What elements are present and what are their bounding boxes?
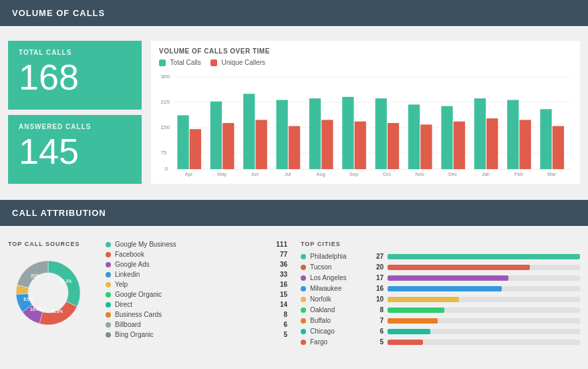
list-item: Facebook 77 (106, 251, 287, 258)
answered-calls-box: ANSWERED CALLS 145 (8, 115, 142, 184)
svg-rect-43 (540, 110, 551, 170)
bar-chart-bars: AprMayJunJulAugSepOctNovDecJanFebMar (159, 70, 572, 177)
answered-calls-value: 145 (19, 133, 131, 169)
city-bar-bg (388, 329, 580, 334)
list-item: Google Organic 15 (106, 291, 287, 298)
list-item: Buffalo 7 (301, 317, 580, 324)
svg-text:9.5%: 9.5% (23, 297, 33, 302)
svg-text:Feb: Feb (514, 172, 523, 178)
source-name: Google My Business (115, 241, 270, 248)
source-name: Yelp (115, 281, 270, 288)
svg-text:Dec: Dec (448, 172, 458, 178)
city-bar-fill (388, 275, 508, 281)
source-count: 111 (274, 241, 287, 248)
svg-rect-23 (321, 120, 333, 170)
city-dot (301, 286, 306, 291)
volume-section-header: VOLUME OF CALLS (0, 0, 588, 26)
source-dot (106, 272, 111, 277)
svg-rect-26 (355, 122, 366, 169)
legend-total-dot (159, 59, 166, 66)
bar-chart-wrapper: 300 225 150 75 0 AprMayJunJulAugSepOctNo… (159, 70, 572, 177)
svg-rect-34 (441, 106, 452, 169)
city-dot (301, 308, 306, 313)
city-dot (301, 340, 306, 345)
list-item: Yelp 16 (106, 281, 287, 288)
city-name: Tucson (310, 263, 370, 271)
svg-rect-31 (408, 105, 420, 170)
svg-rect-44 (553, 126, 564, 169)
list-item: Billboard 6 (106, 321, 287, 328)
city-count: 8 (370, 306, 384, 314)
city-dot (301, 329, 306, 334)
svg-rect-11 (190, 130, 201, 170)
source-dot (106, 262, 111, 267)
sources-list: Google My Business 111 Facebook 77 Googl… (106, 241, 287, 349)
svg-text:10.4%: 10.4% (30, 308, 43, 312)
city-bar-fill (388, 254, 580, 259)
svg-rect-10 (177, 116, 188, 170)
city-bar-bg (388, 265, 580, 270)
chart-legend: Total Calls Unique Callers (159, 59, 572, 66)
svg-text:Apr: Apr (185, 172, 193, 178)
source-dot (106, 302, 111, 308)
source-name: Billboard (115, 321, 270, 328)
svg-text:Jul: Jul (285, 172, 291, 178)
legend-total: Total Calls (159, 59, 201, 66)
source-count: 77 (274, 251, 287, 258)
volume-title: VOLUME OF CALLS (12, 8, 105, 18)
svg-text:Jun: Jun (251, 172, 259, 178)
city-count: 17 (370, 274, 384, 281)
calls-chart-container: VOLUME OF CALLS OVER TIME Total Calls Un… (151, 41, 580, 184)
svg-rect-25 (342, 97, 353, 169)
city-bar-fill (388, 340, 423, 345)
city-count: 7 (370, 317, 384, 324)
svg-rect-32 (420, 125, 432, 170)
legend-unique-dot (210, 59, 217, 66)
svg-rect-28 (376, 99, 387, 170)
svg-rect-20 (289, 126, 300, 169)
list-item: Tucson 20 (301, 263, 580, 271)
source-count: 15 (274, 291, 287, 298)
svg-rect-38 (486, 118, 498, 169)
city-bar-bg (388, 318, 580, 324)
svg-rect-13 (210, 102, 222, 169)
city-dot (301, 318, 306, 324)
source-name: Linkedin (115, 271, 270, 278)
source-name: Google Organic (115, 291, 270, 298)
city-name: Fargo (310, 338, 370, 346)
cities-sub-title: TOP CITIES (301, 241, 580, 247)
svg-text:May: May (217, 172, 227, 178)
city-name: Los Angeles (310, 274, 370, 281)
source-count: 16 (274, 281, 287, 288)
city-dot (301, 254, 306, 259)
list-item: Oakland 8 (301, 306, 580, 314)
city-bar-bg (388, 254, 580, 259)
attribution-section-header: CALL ATTRIBUTION (0, 200, 588, 226)
svg-text:21%: 21% (31, 273, 39, 278)
svg-text:32.1%: 32.1% (59, 279, 72, 283)
svg-rect-14 (223, 123, 234, 169)
source-dot (106, 282, 111, 287)
city-bar-fill (388, 297, 459, 302)
list-item: Google Ads 36 (106, 261, 287, 268)
svg-rect-29 (388, 123, 399, 169)
sources-title: TOP CALL SOURCES (8, 241, 95, 247)
svg-rect-35 (454, 122, 465, 169)
city-count: 16 (370, 285, 384, 292)
list-item: Business Cards 8 (106, 311, 287, 318)
city-name: Buffalo (310, 317, 370, 324)
source-count: 33 (274, 271, 287, 278)
source-dot (106, 312, 111, 318)
svg-text:Aug: Aug (317, 172, 325, 178)
attribution-section: CALL ATTRIBUTION TOP CALL SOURCES 32.1%2… (0, 200, 588, 356)
city-count: 5 (370, 338, 384, 346)
city-bar-bg (388, 340, 580, 345)
source-name: Direct (115, 301, 270, 308)
source-count: 5 (274, 331, 287, 338)
list-item: Los Angeles 17 (301, 274, 580, 281)
svg-rect-22 (309, 99, 321, 170)
city-name: Norfolk (310, 295, 370, 303)
total-calls-box: TOTAL CALLS 168 (8, 41, 142, 110)
city-bar-bg (388, 286, 580, 291)
legend-unique: Unique Callers (210, 59, 265, 66)
